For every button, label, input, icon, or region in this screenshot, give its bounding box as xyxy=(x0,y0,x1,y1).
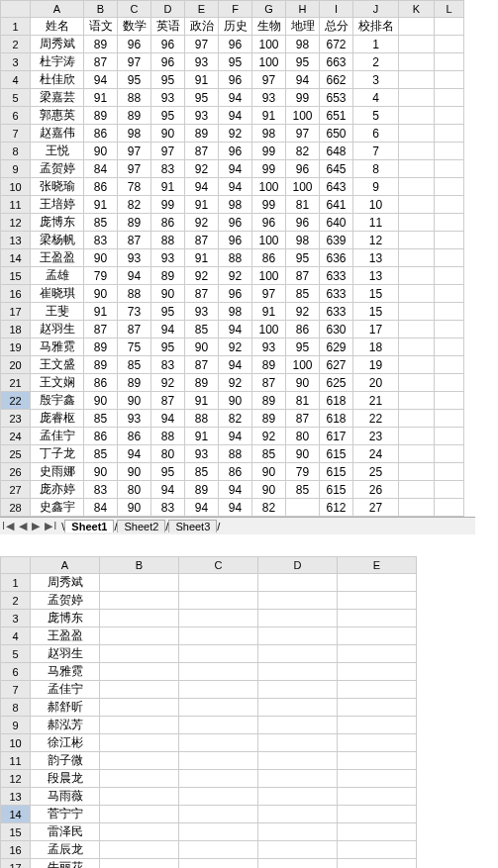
cell[interactable]: 615 xyxy=(320,463,353,481)
cell[interactable]: 87 xyxy=(185,356,219,374)
row-header[interactable]: 20 xyxy=(1,356,31,374)
row-header[interactable]: 16 xyxy=(1,841,31,859)
cell[interactable] xyxy=(399,267,435,285)
cell[interactable]: 94 xyxy=(286,71,320,89)
cell[interactable]: 663 xyxy=(320,53,353,71)
cell[interactable]: 651 xyxy=(320,107,353,125)
cell[interactable]: 87 xyxy=(118,232,151,249)
cell[interactable]: 95 xyxy=(151,338,185,356)
cell[interactable]: 92 xyxy=(219,125,252,143)
cell[interactable]: 85 xyxy=(84,445,118,463)
cell[interactable]: 89 xyxy=(84,356,118,374)
row-header[interactable]: 11 xyxy=(1,752,31,770)
cell[interactable]: 79 xyxy=(84,267,118,285)
cell[interactable]: 9 xyxy=(353,178,399,196)
cell[interactable]: 85 xyxy=(84,214,118,232)
cell[interactable]: 96 xyxy=(219,214,252,232)
cell[interactable]: 662 xyxy=(320,71,353,89)
cell[interactable]: 庞博东 xyxy=(31,610,100,627)
row-header[interactable]: 3 xyxy=(1,610,31,627)
cell[interactable]: 87 xyxy=(151,392,185,410)
cell[interactable]: 100 xyxy=(286,107,320,125)
cell[interactable] xyxy=(100,627,179,645)
cell[interactable]: 86 xyxy=(84,125,118,143)
cell[interactable]: 99 xyxy=(286,89,320,107)
col-header-D[interactable]: D xyxy=(258,557,338,574)
cell[interactable]: 82 xyxy=(118,196,151,214)
cell[interactable] xyxy=(338,627,417,645)
cell[interactable] xyxy=(399,285,435,303)
cell[interactable]: 4 xyxy=(353,89,399,107)
cell[interactable] xyxy=(338,841,417,859)
row-header[interactable]: 23 xyxy=(1,410,31,428)
cell[interactable]: 97 xyxy=(286,125,320,143)
cell[interactable]: 24 xyxy=(353,445,399,463)
cell[interactable]: 12 xyxy=(353,232,399,249)
col-header-J[interactable]: J xyxy=(353,1,399,18)
row-header[interactable]: 17 xyxy=(1,303,31,321)
cell[interactable] xyxy=(399,89,435,107)
cell[interactable] xyxy=(435,338,464,356)
cell[interactable]: 98 xyxy=(118,125,151,143)
cell[interactable]: 95 xyxy=(151,463,185,481)
cell[interactable]: 89 xyxy=(118,214,151,232)
cell[interactable] xyxy=(435,232,464,249)
cell[interactable]: 94 xyxy=(185,499,219,517)
cell[interactable]: 80 xyxy=(151,445,185,463)
cell[interactable]: 89 xyxy=(118,374,151,392)
cell[interactable]: 99 xyxy=(252,160,286,178)
cell[interactable]: 85 xyxy=(118,356,151,374)
cell[interactable] xyxy=(338,592,417,610)
cell[interactable] xyxy=(338,663,417,681)
cell[interactable]: 89 xyxy=(252,356,286,374)
cell[interactable]: 89 xyxy=(185,125,219,143)
cell[interactable]: 18 xyxy=(353,338,399,356)
cell[interactable]: 17 xyxy=(353,321,399,338)
cell[interactable]: 25 xyxy=(353,463,399,481)
tab-sheet2[interactable]: Sheet2 xyxy=(117,520,165,532)
cell[interactable]: 96 xyxy=(219,143,252,160)
cell[interactable] xyxy=(100,699,179,717)
cell[interactable]: 孟雄 xyxy=(31,267,84,285)
cell[interactable] xyxy=(100,770,179,788)
cell[interactable] xyxy=(399,125,435,143)
cell[interactable] xyxy=(435,249,464,267)
row-header[interactable]: 12 xyxy=(1,214,31,232)
cell[interactable] xyxy=(338,699,417,717)
cell[interactable]: 87 xyxy=(252,374,286,392)
cell[interactable] xyxy=(435,285,464,303)
cell[interactable] xyxy=(399,160,435,178)
cell[interactable]: 19 xyxy=(353,356,399,374)
cell[interactable]: 94 xyxy=(219,89,252,107)
cell[interactable]: 5 xyxy=(353,107,399,125)
row-header[interactable]: 9 xyxy=(1,717,31,734)
row-header[interactable]: 15 xyxy=(1,267,31,285)
col-header-D[interactable]: D xyxy=(151,1,185,18)
cell[interactable]: 94 xyxy=(219,321,252,338)
cell[interactable]: 王悦 xyxy=(31,143,84,160)
cell[interactable]: 雷泽民 xyxy=(31,823,100,841)
cell[interactable]: 92 xyxy=(219,374,252,392)
cell[interactable]: 王文娴 xyxy=(31,374,84,392)
cell[interactable]: 83 xyxy=(84,481,118,499)
cell[interactable]: 15 xyxy=(353,285,399,303)
cell[interactable]: 87 xyxy=(84,321,118,338)
cell[interactable]: 史雨娜 xyxy=(31,463,84,481)
cell[interactable]: 92 xyxy=(286,303,320,321)
cell[interactable] xyxy=(435,196,464,214)
cell[interactable] xyxy=(399,463,435,481)
cell[interactable] xyxy=(435,160,464,178)
row-header[interactable]: 25 xyxy=(1,445,31,463)
cell[interactable]: 98 xyxy=(286,36,320,53)
cell[interactable]: 91 xyxy=(185,428,219,445)
cell[interactable]: 郝舒昕 xyxy=(31,699,100,717)
cell[interactable]: 83 xyxy=(151,356,185,374)
cell[interactable]: 马雅霓 xyxy=(31,663,100,681)
cell[interactable] xyxy=(435,410,464,428)
cell[interactable]: 牛丽花 xyxy=(31,859,100,869)
cell[interactable] xyxy=(286,499,320,517)
cell[interactable]: 90 xyxy=(252,463,286,481)
cell[interactable] xyxy=(435,71,464,89)
cell[interactable] xyxy=(435,125,464,143)
cell[interactable]: 王盈盈 xyxy=(31,627,100,645)
